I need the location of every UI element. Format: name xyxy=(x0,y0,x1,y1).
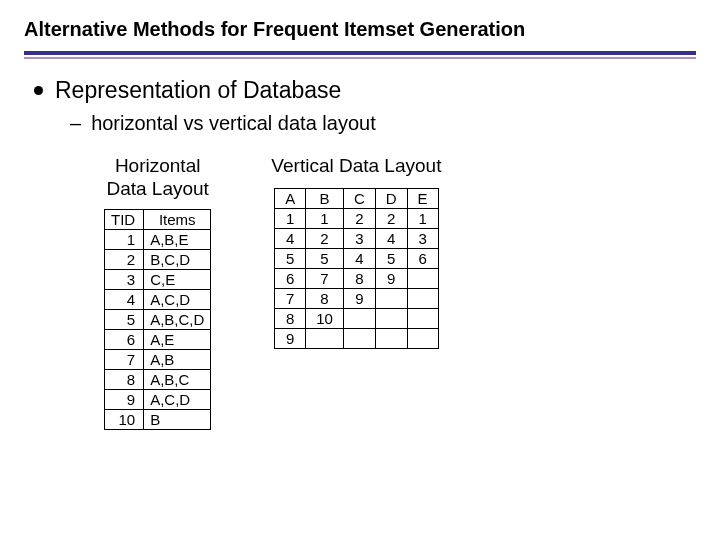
table-row: 42343 xyxy=(275,228,438,248)
col-header-e: E xyxy=(407,188,438,208)
col-header-d: D xyxy=(375,188,407,208)
vertical-layout-section: Vertical Data Layout A B C D E 11221 423… xyxy=(271,155,441,430)
table-row: 10B xyxy=(105,409,211,429)
dash-icon: – xyxy=(70,112,81,135)
vertical-label: Vertical Data Layout xyxy=(271,155,441,178)
horizontal-label: Horizontal Data Layout xyxy=(106,155,208,201)
horizontal-table: TID Items 1A,B,E 2B,C,D 3C,E 4A,C,D 5A,B… xyxy=(104,209,211,430)
table-row: 3C,E xyxy=(105,269,211,289)
title-rule-thin xyxy=(24,57,696,59)
sub-bullet-item: – horizontal vs vertical data layout xyxy=(70,112,696,135)
col-header-a: A xyxy=(275,188,306,208)
table-header-row: A B C D E xyxy=(275,188,438,208)
vertical-table: A B C D E 11221 42343 55456 6789 789 810… xyxy=(274,188,438,349)
col-header-tid: TID xyxy=(105,209,144,229)
table-row: 11221 xyxy=(275,208,438,228)
bullet-text: Representation of Database xyxy=(55,77,341,104)
col-header-c: C xyxy=(343,188,375,208)
table-row: 9A,C,D xyxy=(105,389,211,409)
table-row: 9 xyxy=(275,328,438,348)
table-header-row: TID Items xyxy=(105,209,211,229)
table-row: 4A,C,D xyxy=(105,289,211,309)
title-rule-thick xyxy=(24,51,696,55)
table-row: 2B,C,D xyxy=(105,249,211,269)
table-row: 6A,E xyxy=(105,329,211,349)
table-row: 810 xyxy=(275,308,438,328)
bullet-dot-icon xyxy=(34,86,43,95)
table-row: 5A,B,C,D xyxy=(105,309,211,329)
table-row: 6789 xyxy=(275,268,438,288)
slide-title: Alternative Methods for Frequent Itemset… xyxy=(24,18,696,41)
table-row: 7A,B xyxy=(105,349,211,369)
table-row: 1A,B,E xyxy=(105,229,211,249)
sub-bullet-text: horizontal vs vertical data layout xyxy=(91,112,376,135)
table-row: 55456 xyxy=(275,248,438,268)
bullet-item: Representation of Database xyxy=(34,77,696,104)
table-row: 789 xyxy=(275,288,438,308)
col-header-b: B xyxy=(306,188,344,208)
horizontal-layout-section: Horizontal Data Layout TID Items 1A,B,E … xyxy=(104,155,211,430)
col-header-items: Items xyxy=(144,209,211,229)
table-row: 8A,B,C xyxy=(105,369,211,389)
